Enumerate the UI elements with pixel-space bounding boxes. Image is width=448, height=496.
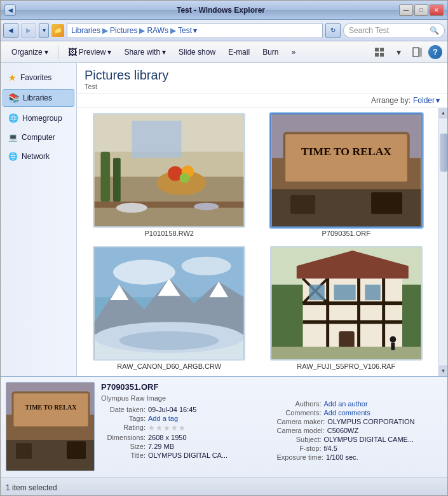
thumbnail-item-4[interactable]: RAW_FUJI_S5PRO_V106.RAF — [262, 246, 431, 371]
thumbnail-item-2[interactable]: TIME TO RELAX P7090351.ORF — [262, 113, 431, 238]
breadcrumb-raws[interactable]: RAWs — [147, 26, 168, 35]
title-bar: ◀ Test - Windows Explorer — □ ✕ — [1, 1, 447, 20]
sidebar-item-computer[interactable]: 💻 Computer — [3, 129, 74, 146]
library-title: Pictures library — [85, 68, 440, 83]
thumbnail-image-1 — [93, 113, 245, 228]
info-authors-key: Authors: — [277, 400, 322, 408]
svg-rect-57 — [391, 342, 395, 350]
breadcrumb-test[interactable]: Test — [178, 26, 192, 35]
sidebar-item-favorites[interactable]: ★ Favorites — [3, 69, 74, 86]
view-dropdown-btn[interactable]: ▾ — [390, 44, 407, 60]
slideshow-button[interactable]: Slide show — [173, 44, 221, 60]
svg-rect-9 — [132, 121, 182, 158]
burn-button[interactable]: Burn — [257, 44, 284, 60]
computer-label: Computer — [22, 133, 55, 142]
info-rating-stars[interactable]: ★★★★★ — [148, 424, 186, 432]
sidebar-section-computer: 💻 Computer — [1, 129, 76, 146]
info-camera-model-val: C5060WZ — [327, 427, 359, 434]
sidebar-item-network[interactable]: 🌐 Network — [3, 148, 74, 165]
close-button[interactable]: ✕ — [430, 4, 444, 16]
breadcrumb[interactable]: Libraries ▶ Pictures ▶ RAWs ▶ Test ▾ — [67, 23, 323, 38]
info-panel: TIME TO RELAX P7090351.ORF Olympus Raw I… — [1, 376, 447, 478]
info-camera-maker-key: Camera maker: — [277, 418, 325, 425]
share-button[interactable]: Share with ▾ — [118, 44, 172, 60]
info-left-col: P7090351.ORF Olympus Raw Image Date take… — [101, 382, 267, 472]
share-arrow: ▾ — [162, 48, 166, 57]
window-controls: — □ ✕ — [399, 4, 444, 16]
view-large-icon[interactable] — [371, 44, 388, 60]
svg-text:TIME TO RELAX: TIME TO RELAX — [301, 145, 391, 158]
toolbar-separator-1 — [58, 46, 58, 59]
info-size-key: Size: — [101, 443, 146, 450]
refresh-button[interactable]: ↻ — [325, 23, 341, 38]
info-date-key: Date taken: — [101, 406, 146, 413]
organize-label: Organize — [11, 48, 43, 57]
email-label: E-mail — [228, 48, 250, 57]
email-button[interactable]: E-mail — [222, 44, 255, 60]
info-size-val: 7.29 MB — [148, 443, 174, 450]
computer-icon: 💻 — [8, 133, 18, 142]
search-icon: 🔍 — [430, 26, 439, 35]
info-camera-model-key: Camera model: — [277, 427, 325, 434]
preview-pane-btn[interactable] — [409, 44, 426, 60]
search-bar[interactable]: Search Test 🔍 — [343, 23, 445, 38]
info-fstop-key: F-stop: — [277, 444, 322, 452]
folder-icon-small: 📁 — [51, 24, 64, 37]
svg-rect-25 — [290, 195, 315, 214]
scrollbar-thumb[interactable] — [440, 134, 447, 172]
info-dimensions-row: Dimensions: 2608 x 1950 — [101, 434, 267, 441]
scrollbar-up-arrow[interactable]: ▲ — [439, 108, 448, 118]
slideshow-label: Slide show — [179, 48, 215, 57]
toolbar: Organize ▾ 🖼 Preview ▾ Share with ▾ Slid… — [1, 41, 447, 63]
info-authors-row: Authors: Add an author — [277, 400, 443, 408]
info-tags-key: Tags: — [101, 415, 146, 422]
svg-point-18 — [194, 203, 219, 210]
title-back-btn[interactable]: ◀ — [4, 4, 16, 16]
sidebar-item-homegroup[interactable]: 🌐 Homegroup — [3, 109, 74, 127]
window-title: Test - Windows Explorer — [43, 6, 399, 15]
info-authors-val[interactable]: Add an author — [324, 400, 368, 408]
info-camera-model-row: Camera model: C5060WZ — [277, 427, 443, 434]
scrollbar-down-arrow[interactable]: ▼ — [439, 366, 448, 376]
thumbnail-label-1: P1010158.RW2 — [145, 230, 194, 237]
forward-button[interactable]: ▶ — [21, 23, 36, 38]
svg-rect-0 — [375, 48, 379, 52]
info-exposure-key: Exposure time: — [277, 453, 323, 461]
info-tags-val[interactable]: Add a tag — [148, 415, 178, 422]
svg-rect-4 — [413, 48, 419, 57]
sidebar-section-homegroup: 🌐 Homegroup — [1, 109, 76, 127]
organize-button[interactable]: Organize ▾ — [6, 44, 54, 60]
sidebar-section-libraries: 📚 Libraries — [1, 89, 76, 107]
maximize-button[interactable]: □ — [414, 4, 428, 16]
info-date-val: 09-Jul-04 16:45 — [148, 406, 196, 413]
thumbnail-label-3: RAW_CANON_D60_ARGB.CRW — [117, 362, 221, 370]
info-tags-row: Tags: Add a tag — [101, 415, 267, 422]
svg-rect-21 — [284, 133, 409, 183]
more-button[interactable]: » — [286, 44, 302, 60]
info-title-key: Title: — [101, 451, 146, 459]
back-button[interactable]: ◀ — [3, 23, 18, 38]
favorites-label: Favorites — [20, 73, 51, 82]
content-area: Pictures library Test Arrange by: Folder… — [77, 63, 447, 376]
main-container: ★ Favorites 📚 Libraries 🌐 Homegroup 💻 Co… — [1, 63, 447, 376]
arrange-folder-button[interactable]: Folder ▾ — [413, 96, 440, 105]
breadcrumb-dropdown[interactable]: ▾ — [193, 26, 197, 35]
help-button[interactable]: ? — [428, 45, 442, 59]
sidebar-item-libraries[interactable]: 📚 Libraries — [3, 89, 74, 107]
thumbnail-item-1[interactable]: P1010158.RW2 — [85, 113, 254, 238]
arrange-arrow: ▾ — [436, 96, 440, 105]
minimize-button[interactable]: — — [399, 4, 413, 16]
more-label: » — [292, 48, 296, 57]
preview-button[interactable]: 🖼 Preview ▾ — [62, 44, 118, 60]
thumbnail-label-2: P7090351.ORF — [322, 230, 370, 237]
svg-rect-11 — [113, 158, 121, 201]
breadcrumb-pictures[interactable]: Pictures — [110, 26, 137, 35]
svg-point-17 — [116, 203, 147, 213]
breadcrumb-libraries[interactable]: Libraries — [71, 26, 100, 35]
info-dimensions-val: 2608 x 1950 — [148, 434, 187, 441]
recent-button[interactable]: ▾ — [39, 23, 49, 38]
thumbnail-item-3[interactable]: RAW_CANON_D60_ARGB.CRW — [85, 246, 254, 371]
info-title-row: Title: OLYMPUS DIGITAL CA... — [101, 451, 267, 459]
organize-arrow: ▾ — [44, 48, 48, 57]
info-comments-val[interactable]: Add comments — [324, 409, 370, 417]
